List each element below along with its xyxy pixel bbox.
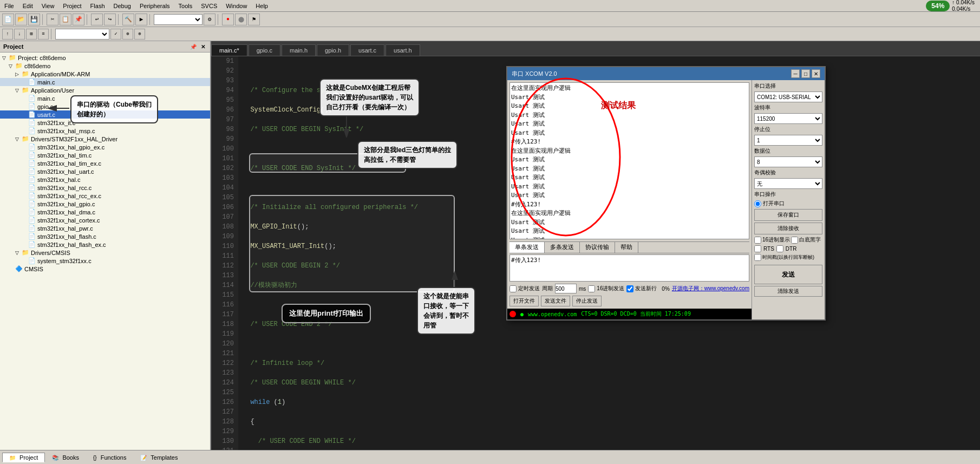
tab-usart-c[interactable]: usart.c (350, 44, 384, 56)
toolbar-target-dropdown[interactable]: lora_mode (154, 14, 202, 25)
toolbar-new[interactable]: 📄 (2, 14, 14, 25)
tab-gpio-h[interactable]: gpio.h (317, 44, 349, 56)
xcom-tab-help[interactable]: 帮助 (615, 242, 638, 253)
xcom-save-window-btn[interactable]: 保存窗口 (754, 209, 822, 221)
tree-item[interactable]: 📄 stm32f1xx_hal_flash.c (0, 232, 210, 240)
xcom-clear-recv-btn[interactable]: 清除接收 (754, 223, 822, 234)
menu-help[interactable]: Help (251, 2, 272, 10)
xcom-open-radio[interactable]: 打开串口 (754, 200, 822, 207)
xcom-clear-send-btn[interactable]: 清除发送 (754, 286, 822, 297)
xcom-parity-select[interactable]: 无 (754, 178, 822, 189)
tree-item[interactable]: 📄 stm32f1xx_hal.c (0, 175, 210, 184)
menu-peripherals[interactable]: Peripherals (135, 2, 174, 10)
bottom-tab-project[interactable]: 📁 Project (2, 453, 45, 462)
tree-item[interactable]: 📄 stm32f1xx_hal_uart.c (0, 167, 210, 175)
toolbar-open[interactable]: 📂 (15, 14, 27, 25)
tree-item[interactable]: 📄 stm32f1xx_hal_msp.c (0, 127, 210, 135)
toolbar-redo[interactable]: ↪ (104, 14, 116, 25)
tree-item[interactable]: 📄 stm32f1xx_hal_gpio.c (0, 200, 210, 208)
toolbar2-btn4[interactable]: ≡ (38, 29, 49, 40)
xcom-tab-protocol[interactable]: 协议传输 (580, 242, 615, 253)
toolbar2-btn2[interactable]: ↓ (14, 29, 25, 40)
bottom-tab-functions[interactable]: {} Functions (86, 453, 133, 462)
tree-item[interactable]: 📄 stm32f1xx_hal_cortex.c (0, 216, 210, 224)
xcom-maximize-btn[interactable]: □ (801, 69, 810, 78)
menu-view[interactable]: View (37, 2, 59, 10)
xcom-open-file-btn[interactable]: 打开文件 (509, 296, 539, 306)
toolbar2-project-dropdown[interactable]: c8t6demo (55, 29, 109, 40)
menu-project[interactable]: Project (58, 2, 86, 10)
toolbar2-btn5[interactable]: ✓ (110, 29, 121, 40)
tree-item[interactable]: ▽ 📁 Drivers/CMSIS (0, 249, 210, 257)
tree-item[interactable]: ▽ 📁 Drivers/STM32F1xx_HAL_Driver (0, 135, 210, 143)
toolbar-cut[interactable]: ✂ (47, 14, 58, 25)
xcom-newline-cb[interactable]: 发送新行 (626, 285, 657, 292)
tree-item[interactable]: 📄 stm32f1xx_hal_flash_ex.c (0, 240, 210, 249)
toolbar2-btn3[interactable]: ⊞ (26, 29, 37, 40)
timing-checkbox[interactable] (509, 285, 517, 292)
tab-usart-h[interactable]: usart.h (386, 44, 420, 56)
xcom-hex-display-cb[interactable] (754, 237, 761, 244)
xcom-port-select[interactable]: COM12: USB-SERIAL (754, 92, 822, 102)
tree-item[interactable]: 🔷 CMSIS (0, 265, 210, 273)
xcom-rts-cb[interactable] (754, 245, 761, 252)
menu-edit[interactable]: Edit (18, 2, 37, 10)
tree-item[interactable]: 📄 stm32f1xx_hal_dma.c (0, 208, 210, 216)
tab-main-h[interactable]: main.h (282, 44, 316, 56)
toolbar-save[interactable]: 💾 (28, 14, 40, 25)
toolbar-run[interactable]: ▶ (135, 14, 147, 25)
xcom-hex-send-cb[interactable]: 16进制发送 (588, 285, 624, 292)
tab-gpio-c[interactable]: gpio.c (249, 44, 280, 56)
tree-item[interactable]: 📄 stm32f1xx_hal_pwr.c (0, 224, 210, 232)
toolbar-more[interactable]: ⚙ (204, 14, 215, 25)
menu-file[interactable]: File (0, 2, 18, 10)
tree-item[interactable]: 📄 gpio.c (0, 102, 210, 110)
xcom-stop-send-btn[interactable]: 停止发送 (572, 296, 602, 306)
tree-item[interactable]: 📄 stm32f1xx_it.c (0, 119, 210, 127)
xcom-send-main-btn[interactable]: 发送 (754, 265, 822, 284)
tree-item[interactable]: 📄 main.c (0, 78, 210, 86)
menu-tools[interactable]: Tools (174, 2, 197, 10)
bottom-tab-templates[interactable]: 📝 Templates (133, 453, 185, 462)
xcom-minimize-btn[interactable]: ─ (791, 69, 800, 78)
toolbar2-btn1[interactable]: ↑ (2, 29, 13, 40)
xcom-bw-cb[interactable] (791, 237, 798, 244)
xcom-close-btn[interactable]: ✕ (812, 69, 820, 78)
panel-close-icon[interactable]: ✕ (199, 43, 207, 50)
toolbar-paste[interactable]: 📌 (73, 14, 84, 25)
toolbar-stop[interactable]: ⬤ (235, 14, 247, 25)
xcom-data-select[interactable]: 8 (754, 156, 822, 167)
panel-pin-icon[interactable]: 📌 (190, 43, 197, 50)
toolbar2-btn6[interactable]: ⊕ (122, 29, 133, 40)
xcom-stop-select[interactable]: 1 (754, 135, 822, 146)
bottom-tab-books[interactable]: 📚 Books (45, 453, 86, 462)
menu-window[interactable]: Window (221, 2, 251, 10)
tree-item[interactable]: ▽ 📁 Project: c8t6demo (0, 54, 210, 62)
tree-item[interactable]: ▽ 📁 Application/User (0, 86, 210, 94)
xcom-input[interactable]: #传入123! (510, 255, 749, 281)
xcom-period-input[interactable] (555, 284, 577, 293)
toolbar-step[interactable]: ⚑ (248, 14, 260, 25)
menu-svcs[interactable]: SVCS (197, 2, 221, 10)
toolbar-copy[interactable]: 📋 (60, 14, 71, 25)
toolbar2-btn7[interactable]: ⊗ (134, 29, 145, 40)
tree-item[interactable]: 📄 stm32f1xx_hal_rcc_ex.c (0, 192, 210, 200)
hex-send-checkbox[interactable] (588, 285, 595, 292)
menu-flash[interactable]: Flash (86, 2, 109, 10)
toolbar-build[interactable]: 🔨 (122, 14, 134, 25)
xcom-timing-cb[interactable]: 定时发送 (509, 285, 540, 292)
tree-item[interactable]: 📄 stm32f1xx_hal_tim_ex.c (0, 159, 210, 167)
xcom-dtr-cb[interactable] (776, 245, 783, 252)
tree-item[interactable]: 📄 usart.c (0, 110, 210, 119)
toolbar-debug-btn[interactable]: ● (222, 14, 234, 25)
xcom-tab-single[interactable]: 单条发送 (509, 242, 545, 253)
tree-item[interactable]: 📄 system_stm32f1xx.c (0, 257, 210, 265)
xcom-time-cb[interactable] (754, 254, 761, 261)
tree-item[interactable]: ▷ 📁 Application/MDK-ARM (0, 70, 210, 78)
tree-item[interactable]: 📄 main.c (0, 94, 210, 102)
toolbar-undo[interactable]: ↩ (91, 14, 103, 25)
xcom-send-file-btn[interactable]: 发送文件 (541, 296, 570, 306)
xcom-baud-select[interactable]: 115200 (754, 113, 822, 124)
xcom-display[interactable]: 在这里面实现用户逻辑 Usart 测试 Usart 测试 Usart 测试 Us… (509, 82, 749, 239)
tree-item[interactable]: 📄 stm32f1xx_hal_tim.c (0, 151, 210, 159)
